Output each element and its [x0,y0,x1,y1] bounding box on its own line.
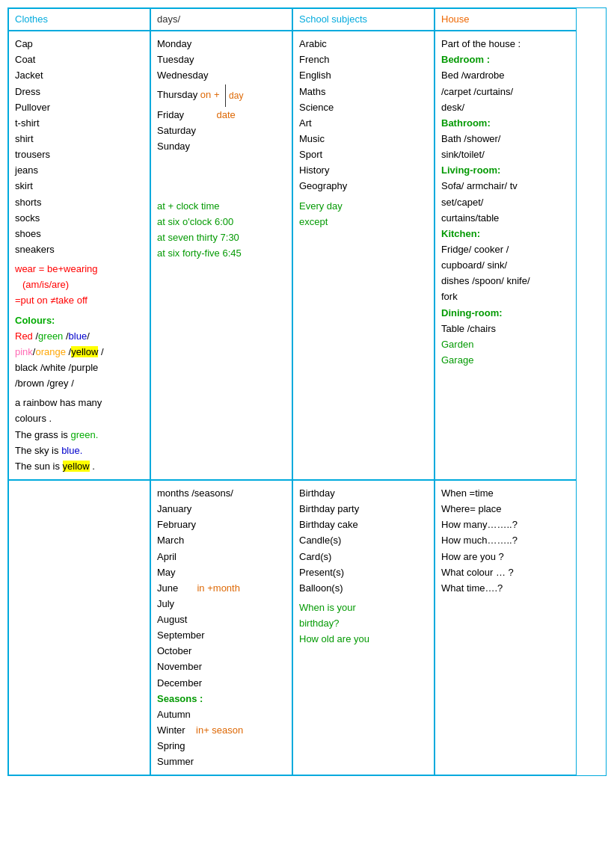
subj-french: French [299,52,428,67]
season-summer: Summer [157,754,286,769]
day-friday: Friday date [157,108,286,123]
bedroom-items2: /carpet /curtains/ [441,84,570,99]
col3-content: Arabic French English Maths Science Art … [292,31,435,480]
cards: Card(s) [299,550,428,564]
col1-row2-empty [8,480,150,776]
livingroom-items2: set/capet/ [441,195,570,210]
when-birthday2: birthday? [299,616,428,631]
day-sunday: Sunday [157,139,286,154]
clothes-trousers: trousers [15,147,144,162]
bedroom-items3: desk/ [441,100,570,115]
colours-line1: Red /green /blue/ [15,329,144,344]
how-are-you: How are you ? [441,550,570,564]
month-apr: April [157,550,286,564]
garage-label: Garage [441,353,570,368]
wear-note: wear = be+wearing [15,262,144,277]
wear-note2: (am/is/are) [15,277,144,292]
part-label: Part of the house : [441,37,570,52]
bedroom-label: Bedroom : [441,52,570,67]
header-days: days/ [150,8,292,31]
day-wednesday: Wednesday [157,68,286,83]
birthday-party: Birthday party [299,502,428,517]
candles: Candle(s) [299,533,428,548]
month-feb: February [157,517,286,532]
kitchen-items3: dishes /spoon/ knife/ [441,274,570,289]
month-oct: October [157,644,286,659]
month-jul: July [157,597,286,612]
month-dec: December [157,676,286,691]
livingroom-items3: curtains/table [441,211,570,226]
header-clothes: Clothes [8,8,150,31]
colours-line2: pink/orange /yellow / [15,345,144,360]
subj-geography: Geography [299,179,428,194]
col1-content: Cap Coat Jacket Dress Pullover t-shirt s… [8,31,150,480]
clothes-pullover: Pullover [15,100,144,115]
rainbow2: colours . [15,411,144,426]
sun: The sun is yellow . [15,459,144,474]
month-may: May [157,565,286,580]
kitchen-label: Kitchen: [441,227,570,241]
clothes-jeans: jeans [15,163,144,178]
livingroom-items: Sofa/ armchair/ tv [441,179,570,194]
clock2: at seven thirty 7:30 [157,230,286,245]
where-place: Where= place [441,502,570,517]
subj-maths: Maths [299,84,428,99]
colours-line4: /brown /grey / [15,376,144,391]
wear-note3: =put on ≠take off [15,293,144,308]
col3-row2-content: Birthday Birthday party Birthday cake Ca… [292,480,435,776]
month-nov: November [157,659,286,674]
col2-row2-content: months /seasons/ January February March … [150,480,292,776]
how-many: How many……..? [441,517,570,532]
presents: Present(s) [299,565,428,580]
sky: The sky is blue. [15,443,144,458]
day-monday: Monday [157,37,286,52]
grass: The grass is green. [15,428,144,443]
when-birthday1: When is your [299,600,428,615]
balloons: Balloon(s) [299,581,428,596]
subj-arabic: Arabic [299,37,428,52]
what-colour: What colour … ? [441,565,570,580]
clothes-coat: Coat [15,52,144,67]
day-tuesday: Tuesday [157,52,286,67]
clothes-cap: Cap [15,37,144,52]
subj-art: Art [299,116,428,131]
months-title: months /seasons/ [157,486,286,501]
month-jun: June in +month [157,581,286,596]
clothes-dress: Dress [15,84,144,99]
subj-english: English [299,68,428,83]
clock3: at six forty-five 6:45 [157,246,286,261]
kitchen-items2: cupboard/ sink/ [441,258,570,273]
seasons-label: Seasons : [157,692,286,707]
season-winter: Winter in+ season [157,723,286,738]
clothes-socks: socks [15,211,144,226]
month-sep: September [157,628,286,643]
birthday-title: Birthday [299,486,428,501]
when-time: When =time [441,486,570,501]
season-spring: Spring [157,739,286,754]
col2-content: Monday Tuesday Wednesday Thursday on + d… [150,31,292,480]
colours-line3: black /white /purple [15,360,144,375]
clock1: at six o'clock 6:00 [157,215,286,230]
day-thursday: Thursday on + day [157,84,286,107]
main-table: Clothes days/ School subjects House Cap … [7,7,607,776]
how-much: How much……..? [441,533,570,548]
clock-note: at + clock time [157,199,286,214]
day-saturday: Saturday [157,123,286,138]
bathroom-items2: sink/toilet/ [441,147,570,162]
clothes-sneakers: sneakers [15,242,144,257]
clothes-shoes: shoes [15,227,144,241]
rainbow1: a rainbow has many [15,395,144,410]
diningroom-items: Table /chairs [441,321,570,336]
clothes-tshirt: t-shirt [15,116,144,131]
birthday-cake: Birthday cake [299,517,428,532]
col4-row2-content: When =time Where= place How many……..? Ho… [435,480,577,776]
header-school: School subjects [292,8,435,31]
kitchen-items: Fridge/ cooker / [441,242,570,257]
colours-label: Colours: [15,313,144,328]
everyday: Every day [299,199,428,214]
season-autumn: Autumn [157,707,286,722]
clock-section: at + clock time at six o'clock 6:00 at s… [157,199,286,262]
garden-label: Garden [441,337,570,352]
clothes-jacket: Jacket [15,68,144,83]
header-house: House [435,8,577,31]
